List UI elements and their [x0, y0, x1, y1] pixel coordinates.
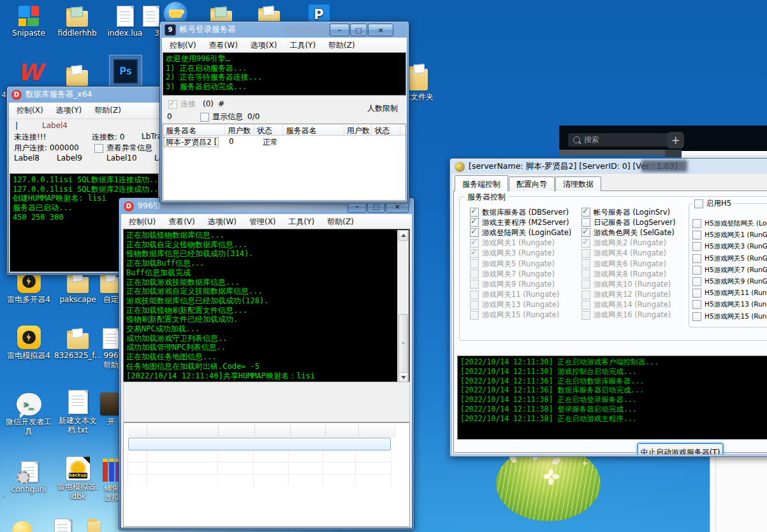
- desktop-icon-balloon[interactable]: [13, 521, 32, 532]
- menu-item[interactable]: 管理(X): [243, 215, 282, 229]
- column-header[interactable]: 状态: [254, 124, 284, 136]
- checkbox: [470, 311, 479, 320]
- server-checkbox[interactable]: 游戏网关14 (Rungate): [581, 300, 675, 310]
- server-checkbox[interactable]: 游戏网关5 (Rungate): [470, 259, 571, 269]
- column-header[interactable]: 用户数: [344, 124, 372, 136]
- menu-item[interactable]: 工具(Y): [283, 38, 322, 53]
- desktop-icon-new-txt[interactable]: 新建文本文 档.txt: [53, 389, 103, 435]
- h5-checkbox[interactable]: H5游戏网关13 (RunGat: [692, 299, 767, 310]
- h5-checkbox[interactable]: H5游戏网关15 (RunGat: [692, 311, 767, 322]
- desktop-icon-snipaste[interactable]: Snipaste: [4, 1, 54, 38]
- menu-item[interactable]: 控制(X): [10, 103, 50, 118]
- menu-item[interactable]: 帮助(Z): [88, 103, 128, 118]
- checkbox: [470, 259, 479, 268]
- gm-titlebar[interactable]: [serverName: 脚本-罗贤昌2] [ServerID: 0] [Ver…: [450, 159, 767, 175]
- checkbox: [692, 289, 701, 298]
- desktop-icon-page-partial[interactable]: [54, 519, 71, 532]
- column-header[interactable]: 用户数: [225, 124, 254, 136]
- desktop-icon-folder-partial[interactable]: [88, 521, 101, 532]
- desktop-icon-ld-sim[interactable]: 雷电模拟器4: [4, 324, 54, 361]
- search-panel-tab[interactable]: [665, 150, 682, 157]
- server-checkbox[interactable]: 游戏网关3 (Rungate): [470, 248, 571, 259]
- server-checkbox[interactable]: 游戏网关15 (Rungate): [470, 310, 571, 320]
- menu-item[interactable]: 控制(U): [122, 215, 162, 229]
- column-header[interactable]: 状态: [372, 124, 400, 136]
- server-checkbox[interactable]: 游戏网关9 (Rungate): [470, 279, 571, 289]
- window-title: 帐号登录服务器: [180, 24, 236, 35]
- tab-server-control[interactable]: 服务端控制: [455, 175, 508, 191]
- menu-item[interactable]: 工具(Y): [282, 215, 321, 229]
- menu-item[interactable]: 选项(Y): [50, 103, 89, 118]
- server-checkbox[interactable]: 游戏网关12 (Rungate): [581, 290, 675, 300]
- checkbox: [581, 291, 590, 299]
- server-checkbox[interactable]: 日记服务器 (LogServer): [581, 217, 675, 227]
- minimize-button[interactable]: –: [330, 24, 349, 36]
- checkbox: [692, 300, 701, 309]
- menu-item[interactable]: 选项(W): [201, 215, 243, 229]
- server-checkbox[interactable]: 游戏网关2 (Rungate): [581, 238, 675, 248]
- enable-h5-checkbox[interactable]: 启用H5: [692, 199, 733, 208]
- desktop-icon-wechat-dev[interactable]: >_ 微信开发者工 具: [4, 390, 54, 436]
- column-header[interactable]: 服务器名: [163, 124, 225, 136]
- view-error-checkbox[interactable]: 查看异常信息: [94, 143, 152, 154]
- server-checkbox[interactable]: 数据库服务器 (DBServer): [470, 207, 571, 217]
- engine-table-selected-row[interactable]: [128, 438, 391, 450]
- menu-item[interactable]: 帮助(Z): [322, 38, 362, 53]
- h5-checkbox[interactable]: H5游戏网关7 (RunGate: [692, 264, 767, 276]
- tab-config-wizard[interactable]: 配置向导: [509, 176, 555, 191]
- menu-item[interactable]: 控制(V): [163, 38, 203, 53]
- h5-checkbox[interactable]: H5游戏登陆网关 (Logi: [692, 218, 767, 229]
- server-checkbox[interactable]: 游戏网关4 (Rungate): [581, 248, 675, 259]
- menu-item[interactable]: 查看(W): [203, 38, 244, 53]
- abort-start-button[interactable]: 中止启动游戏服务器(T): [638, 443, 723, 454]
- desktop-icon-partial-dot[interactable]: .: [0, 489, 8, 499]
- sparkle-decoration: ✦: [581, 459, 588, 468]
- column-header[interactable]: 服务器名: [283, 124, 344, 136]
- server-checkbox[interactable]: 游戏网关8 (Rungate): [581, 269, 675, 279]
- server-checkbox[interactable]: 游戏网关6 (Rungate): [581, 259, 675, 269]
- h5-checkbox[interactable]: H5游戏网关5 (RunGate: [692, 253, 767, 264]
- login-table-row[interactable]: 脚本-罗贤昌2 [ 0 正常: [163, 136, 405, 148]
- user-count-cell: 0: [226, 136, 260, 148]
- server-checkbox[interactable]: 游戏网关7 (Rungate): [470, 269, 571, 279]
- server-checkbox[interactable]: 帐号服务器 (LoginSrv): [581, 207, 675, 217]
- checkbox: [470, 218, 479, 227]
- tab-clean-data[interactable]: 清理数据: [555, 176, 601, 191]
- menu-item[interactable]: 查看(V): [162, 215, 201, 229]
- db-server-titlebar[interactable]: D 数据库服务器_x64: [7, 87, 161, 103]
- maximize-button[interactable]: □: [350, 24, 367, 36]
- connect-checkbox[interactable]: 连接: [168, 99, 196, 110]
- server-checkbox[interactable]: 游戏网关11 (Rungate): [470, 290, 571, 300]
- h5-checkbox[interactable]: H5游戏网关3 (RunGate: [692, 241, 767, 252]
- server-checkbox[interactable]: 游戏角色网关 (SelGate): [581, 227, 675, 238]
- login-titlebar[interactable]: 9 帐号登录服务器 – □ ×: [160, 22, 409, 38]
- engine-console-scrollbar[interactable]: ≡: [397, 230, 409, 383]
- desktop-icon-photoshop[interactable]: Ps: [101, 55, 150, 90]
- desktop-icon-folder3[interactable]: [52, 61, 102, 88]
- icon-label: config.ini: [4, 485, 54, 494]
- show-info-checkbox[interactable]: 显示信息: [200, 111, 243, 122]
- desktop-icon-fiddlerhhb[interactable]: fiddlerhhb: [52, 1, 102, 38]
- menu-item[interactable]: 帮助(Z): [321, 215, 360, 229]
- add-tab-button[interactable]: +: [667, 132, 684, 148]
- desktop-icon-config-ini[interactable]: config.ini: [4, 457, 54, 494]
- close-button[interactable]: ×: [368, 24, 393, 36]
- scroll-up-arrow[interactable]: [398, 230, 408, 241]
- server-checkbox[interactable]: 游戏网关1 (Rungate): [470, 238, 571, 248]
- search-input[interactable]: 搜索: [568, 133, 673, 147]
- server-checkbox[interactable]: 游戏网关13 (Rungate): [470, 300, 571, 310]
- menu-item[interactable]: 选项(X): [244, 38, 284, 53]
- server-checkbox[interactable]: 游戏登陆网关 (LoginGate): [470, 227, 571, 238]
- text-file-icon: [53, 389, 103, 414]
- h5-checkbox[interactable]: H5游戏网关9 (RunGate: [692, 276, 767, 287]
- h5-checkbox[interactable]: H5游戏网关1 (RunGate: [692, 229, 767, 241]
- server-checkbox[interactable]: 游戏主要程序 (M2Server): [470, 217, 571, 227]
- gm-tab-page: 服务器控制 数据库服务器 (DBServer) 游戏主要程序 (M2Server…: [453, 191, 767, 453]
- h5-checkbox[interactable]: H5游戏网关11 (RunGat: [692, 287, 767, 299]
- scrollbar-thumb[interactable]: ≡: [398, 314, 408, 373]
- desktop-icon-ldbk[interactable]: backup 雷电模拟器. ldbk: [53, 455, 103, 501]
- server-checkbox[interactable]: 游戏网关16 (Rungate): [581, 310, 675, 320]
- censored-title-blur: [641, 160, 687, 172]
- desktop-icon-wps[interactable]: W: [5, 59, 55, 86]
- server-checkbox[interactable]: 游戏网关10 (Rungate): [581, 279, 675, 289]
